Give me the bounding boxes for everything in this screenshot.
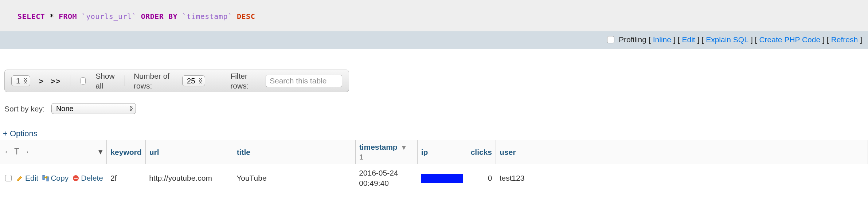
sql-keyword-from: FROM (59, 12, 77, 21)
col-ip[interactable]: ip (417, 140, 467, 164)
text-t-icon: T (14, 147, 19, 156)
sql-keyword-select: SELECT (17, 12, 45, 21)
rows-select-wrap: 25 (182, 75, 205, 86)
col-user[interactable]: user (496, 140, 868, 164)
sql-actions-bar: Profiling [ Inline ] [ Edit ] [ Explain … (0, 31, 868, 49)
cell-keyword: 2f (107, 164, 145, 192)
cell-url: http://youtube.com (145, 164, 233, 192)
bracket: ] [ (751, 35, 757, 44)
arrow-left-icon[interactable]: ← (4, 147, 12, 156)
explain-sql-link[interactable]: Explain SQL (706, 35, 748, 44)
rows-label: Number of rows: (134, 71, 173, 91)
refresh-link[interactable]: Refresh (831, 35, 858, 44)
sql-star: * (45, 12, 59, 21)
edit-link[interactable]: Edit (682, 35, 695, 44)
sort-caret-icon: ▾ (402, 143, 406, 151)
cell-timestamp: 2016-05-24 00:49:40 (355, 164, 417, 192)
sql-panel: SELECT * FROM `yourls_url` ORDER BY `tim… (0, 0, 868, 49)
filter-label: Filter rows: (230, 71, 257, 91)
copy-icon (42, 174, 49, 182)
profiling-checkbox[interactable] (607, 36, 614, 43)
divider (125, 75, 125, 86)
col-title[interactable]: title (233, 140, 355, 164)
svg-rect-3 (74, 178, 78, 179)
row-delete[interactable]: Delete (72, 173, 103, 183)
nav-toolbar: 1 > >> Show all Number of rows: 25 Filte… (4, 70, 349, 92)
sort-by-key-select-wrap: None (51, 103, 136, 114)
row-edit[interactable]: Edit (16, 173, 38, 183)
col-url[interactable]: url (145, 140, 233, 164)
cell-ip (417, 164, 467, 192)
bracket: [ (649, 35, 651, 44)
caret-down-icon[interactable]: ▾ (98, 146, 103, 157)
bracket: ] [ (822, 35, 829, 44)
bracket: ] [ (673, 35, 680, 44)
bracket: ] [ (697, 35, 704, 44)
sort-by-key-select[interactable]: None (51, 103, 136, 114)
filter-input[interactable] (266, 75, 342, 87)
sort-by-key-row: Sort by key: None (4, 103, 868, 114)
row-checkbox[interactable] (5, 175, 12, 181)
page-select-wrap: 1 (11, 75, 30, 86)
inline-link[interactable]: Inline (653, 35, 671, 44)
arrow-right-icon[interactable]: → (21, 147, 30, 156)
sql-column-name: `timestamp` (182, 12, 232, 21)
nav-last[interactable]: >> (51, 76, 61, 86)
show-all-checkbox[interactable] (81, 77, 86, 85)
rows-select[interactable]: 25 (182, 75, 205, 86)
redacted-ip (421, 174, 463, 183)
col-keyword[interactable]: keyword (107, 140, 145, 164)
nav-next[interactable]: > (39, 76, 44, 86)
bracket: ] (860, 35, 862, 44)
options-toggle[interactable]: Options (3, 129, 38, 138)
svg-rect-0 (43, 175, 44, 180)
sort-by-key-label: Sort by key: (4, 104, 45, 114)
sql-query: SELECT * FROM `yourls_url` ORDER BY `tim… (0, 0, 868, 31)
profiling-label: Profiling (619, 35, 646, 44)
cell-clicks: 0 (467, 164, 496, 192)
sql-keyword-orderby: ORDER BY (141, 12, 177, 21)
cell-user: test123 (496, 164, 868, 192)
table-row: Edit Copy (0, 164, 868, 192)
delete-icon (72, 174, 79, 182)
sql-direction: DESC (237, 12, 255, 21)
col-clicks[interactable]: clicks (467, 140, 496, 164)
divider (70, 75, 70, 86)
row-copy[interactable]: Copy (42, 173, 69, 183)
results-table: ← T → ▾ keyword url title timestamp ▾ 1 … (0, 140, 868, 192)
pencil-icon (16, 174, 24, 182)
create-php-link[interactable]: Create PHP Code (759, 35, 820, 44)
col-timestamp[interactable]: timestamp ▾ 1 (355, 140, 417, 164)
sql-table-name: `yourls_url` (82, 12, 137, 21)
cell-title: YouTube (233, 164, 355, 192)
show-all-label: Show all (95, 71, 116, 91)
sort-index: 1 (359, 153, 364, 161)
page-select[interactable]: 1 (11, 75, 30, 86)
